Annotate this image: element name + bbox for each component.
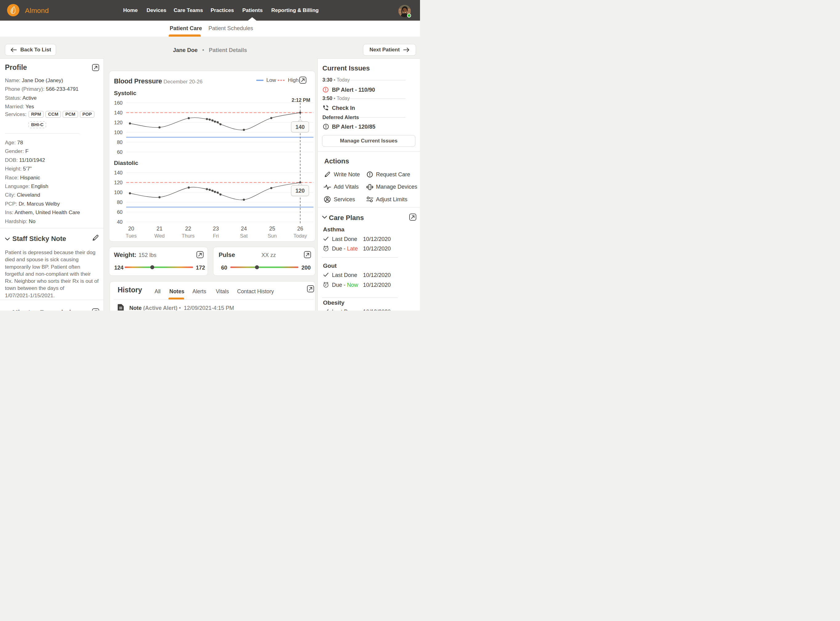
svg-text:120: 120	[295, 188, 305, 194]
svg-text:140: 140	[295, 124, 305, 130]
